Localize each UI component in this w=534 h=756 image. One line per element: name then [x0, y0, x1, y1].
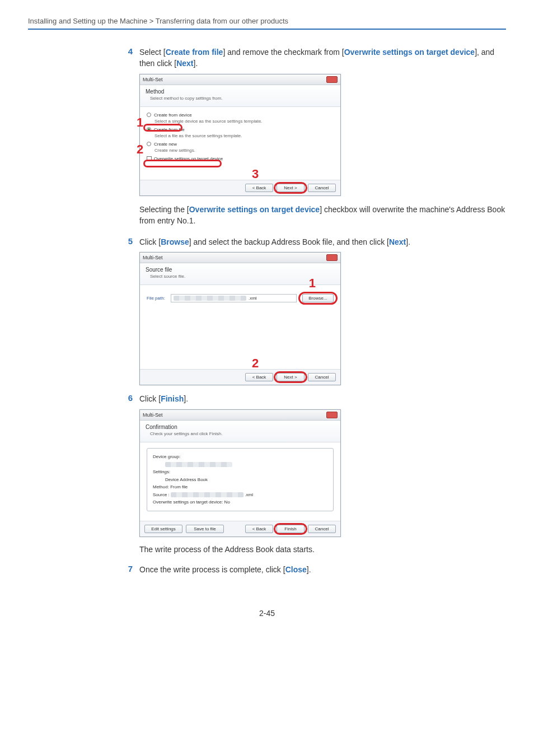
- text: Once the write process is complete, clic…: [139, 565, 285, 574]
- overwrite-note: Selecting the [Overwrite settings on tar…: [139, 204, 506, 227]
- titlebar: Multi-Set: [140, 74, 340, 85]
- kw-overwrite: Overwrite settings on target device: [344, 48, 475, 57]
- dialog-header: Method Select method to copy settings fr…: [140, 85, 340, 107]
- label-settings: Settings:: [153, 469, 170, 474]
- dialog-subheading: Check your settings and click Finish.: [146, 431, 335, 436]
- dialog-body: File path: .xml Browse... 1: [140, 285, 340, 369]
- close-icon[interactable]: [326, 76, 338, 83]
- callout-1: 1: [137, 115, 143, 130]
- dialog-heading: Source file: [146, 267, 335, 273]
- text: ].: [406, 237, 410, 246]
- dialog-header: Source file Select source file.: [140, 263, 340, 285]
- kw-close: Close: [285, 565, 307, 574]
- radio-create-from-file[interactable]: [147, 127, 151, 132]
- dialog-title: Multi-Set: [143, 77, 163, 82]
- back-button[interactable]: < Back: [245, 525, 273, 533]
- step-text: Once the write process is complete, clic…: [139, 564, 506, 575]
- kw-create-from-file: Create from file: [166, 48, 223, 57]
- back-button[interactable]: < Back: [245, 373, 273, 381]
- file-path-label: File path:: [147, 296, 165, 301]
- step-4: 4 Select [Create from file] and remove t…: [126, 46, 506, 69]
- radio-desc: Select a single device as the source set…: [147, 119, 334, 124]
- button-label: Finish: [284, 526, 296, 531]
- breadcrumb: Installing and Setting up the Machine > …: [28, 17, 506, 29]
- text: ].: [194, 59, 198, 68]
- dialog-source-file: Multi-Set Source file Select source file…: [139, 252, 341, 385]
- step-text: Click [Finish].: [139, 393, 506, 404]
- dialog-title: Multi-Set: [143, 412, 163, 418]
- dialog-title: Multi-Set: [143, 255, 163, 260]
- radio-desc: Create new settings.: [147, 148, 334, 153]
- kw-overwrite: Overwrite settings on target device: [189, 205, 320, 214]
- button-label: Browse...: [308, 296, 327, 301]
- text: ] and remove the checkmark from [: [223, 48, 344, 57]
- step-number: 6: [126, 393, 133, 404]
- dialog-heading: Confirmation: [146, 424, 335, 430]
- label-device-group: Device group:: [153, 454, 180, 459]
- dialog-method: Multi-Set Method Select method to copy s…: [139, 74, 341, 196]
- cancel-button[interactable]: Cancel: [308, 525, 336, 533]
- radio-label: Create from file: [154, 127, 185, 132]
- button-label: Next >: [284, 185, 297, 190]
- summary-box: Device group: Settings: Device Address B…: [147, 448, 334, 511]
- radio-label: Create from device: [154, 113, 192, 118]
- dialog-confirmation: Multi-Set Confirmation Check your settin…: [139, 409, 341, 537]
- radio-create-new[interactable]: [147, 142, 151, 146]
- back-button[interactable]: < Back: [245, 184, 273, 192]
- dialog-subheading: Select source file.: [146, 274, 335, 279]
- dialog-body: Device group: Settings: Device Address B…: [140, 442, 340, 521]
- dialog-footer: Edit settings Save to file < Back Finish…: [140, 521, 340, 536]
- cancel-button[interactable]: Cancel: [308, 373, 336, 381]
- dialog-body: Create from device Select a single devic…: [140, 107, 340, 180]
- step-number: 7: [126, 564, 133, 575]
- text: ].: [307, 565, 311, 574]
- dialog-footer: 2 < Back Next > Cancel: [140, 369, 340, 385]
- checkbox-overwrite[interactable]: [147, 156, 152, 161]
- step-number: 4: [126, 46, 133, 69]
- close-icon[interactable]: [326, 412, 338, 418]
- titlebar: Multi-Set: [140, 253, 340, 263]
- titlebar: Multi-Set: [140, 410, 340, 421]
- edit-settings-button[interactable]: Edit settings: [144, 525, 182, 533]
- header-rule: [28, 29, 506, 30]
- kw-finish: Finish: [161, 394, 184, 403]
- kw-browse: Browse: [161, 237, 189, 246]
- text: Click [: [139, 237, 161, 246]
- save-to-file-button[interactable]: Save to file: [186, 525, 224, 533]
- file-path-input[interactable]: .xml: [171, 294, 297, 302]
- step-text: Click [Browse] and select the backup Add…: [139, 236, 506, 248]
- step-7: 7 Once the write process is complete, cl…: [126, 564, 506, 575]
- kw-next: Next: [176, 59, 193, 68]
- value-settings: Device Address Book: [165, 477, 208, 482]
- cancel-button[interactable]: Cancel: [308, 184, 336, 192]
- callout-2: 2: [137, 142, 143, 157]
- checkbox-label: Overwrite settings on target device: [154, 156, 223, 161]
- step-text: Select [Create from file] and remove the…: [139, 46, 506, 69]
- step-6-note: The write process of the Address Book da…: [139, 545, 506, 554]
- dialog-header: Confirmation Check your settings and cli…: [140, 421, 340, 442]
- label-method: Method: From file: [153, 483, 327, 491]
- dialog-heading: Method: [146, 88, 335, 95]
- text: Select [: [139, 48, 166, 57]
- next-button[interactable]: Next >: [277, 184, 305, 192]
- next-button[interactable]: Next >: [277, 373, 305, 381]
- value-device-group: [165, 462, 232, 467]
- step-6: 6 Click [Finish].: [126, 393, 506, 404]
- label-overwrite: Overwrite settings on target device: No: [153, 498, 327, 506]
- radio-create-from-device[interactable]: [147, 113, 151, 117]
- text: ].: [184, 394, 188, 403]
- file-ext: .xml: [249, 296, 257, 301]
- browse-button[interactable]: Browse...: [302, 294, 334, 302]
- page-number: 2-45: [28, 609, 506, 618]
- step-5: 5 Click [Browse] and select the backup A…: [126, 236, 506, 248]
- step-number: 5: [126, 236, 133, 248]
- text: ] and select the backup Address Book fil…: [189, 237, 389, 246]
- label-source: Source :: [153, 492, 170, 497]
- value-source: [171, 492, 243, 497]
- close-icon[interactable]: [326, 254, 338, 261]
- dialog-subheading: Select method to copy settings from.: [146, 96, 335, 101]
- kw-next: Next: [389, 237, 406, 246]
- finish-button[interactable]: Finish: [277, 525, 305, 533]
- radio-label: Create new: [154, 142, 177, 147]
- text: Click [: [139, 394, 161, 403]
